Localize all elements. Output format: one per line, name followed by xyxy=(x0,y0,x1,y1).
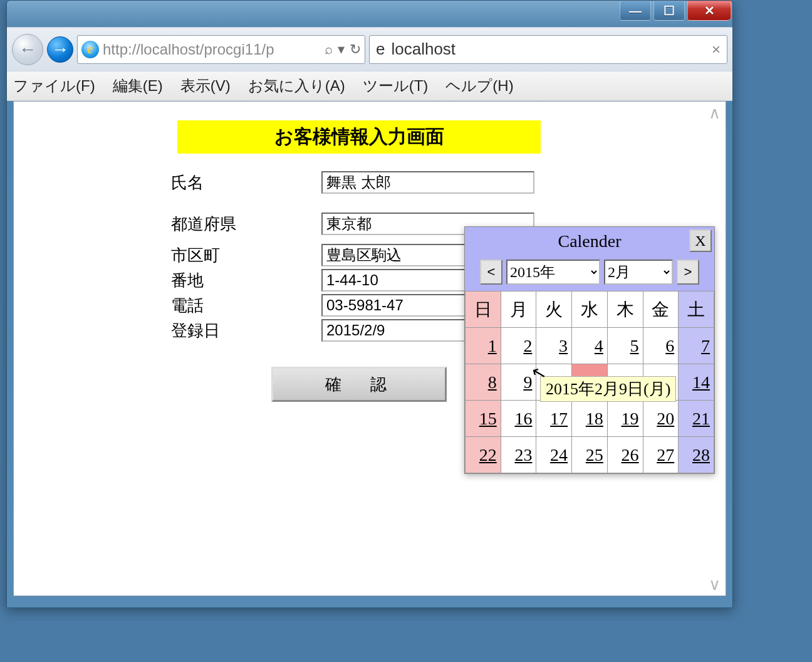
maximize-icon: ☐ xyxy=(664,3,675,18)
label-prefecture: 都道府県 xyxy=(171,213,321,235)
input-name[interactable] xyxy=(321,171,534,194)
calendar-day-17[interactable]: 17 xyxy=(536,401,572,437)
nav-back-button[interactable]: ← xyxy=(12,34,43,65)
label-regdate: 登録日 xyxy=(171,320,321,342)
calendar-day-9[interactable]: 9 xyxy=(501,364,536,401)
page-title: お客様情報入力画面 xyxy=(177,120,541,154)
dow-sat: 土 xyxy=(679,292,714,328)
calendar-month-select[interactable]: 2月 xyxy=(604,260,673,285)
menu-file[interactable]: ファイル(F) xyxy=(13,76,95,96)
dow-tue: 火 xyxy=(536,292,572,328)
dow-thu: 木 xyxy=(607,292,643,328)
arrow-left-icon: ← xyxy=(19,41,36,58)
calendar-day-21[interactable]: 21 xyxy=(679,401,714,437)
dropdown-icon[interactable]: ▾ xyxy=(338,41,345,58)
close-icon: ✕ xyxy=(704,3,715,18)
calendar-popup: Calender X < 2015年 2月 > 日 月 火 水 木 金 xyxy=(464,226,715,474)
dow-sun: 日 xyxy=(466,292,501,328)
browser-tab[interactable]: e localhost × xyxy=(369,35,727,64)
scroll-down-button[interactable]: ∨ xyxy=(705,575,723,593)
calendar-header: Calender X xyxy=(465,227,714,256)
calendar-day-18[interactable]: 18 xyxy=(572,401,608,437)
calendar-day-2[interactable]: 2 xyxy=(501,328,536,364)
calendar-tooltip: 2015年2月9日(月) xyxy=(540,376,676,402)
calendar-day-7[interactable]: 7 xyxy=(679,328,714,364)
menu-help[interactable]: ヘルプ(H) xyxy=(445,76,513,96)
calendar-day-5[interactable]: 5 xyxy=(607,328,643,364)
dow-mon: 月 xyxy=(501,292,536,328)
calendar-day-28[interactable]: 28 xyxy=(679,437,714,473)
calendar-day-1[interactable]: 1 xyxy=(466,328,501,364)
window-maximize-button[interactable]: ☐ xyxy=(653,1,685,21)
label-name: 氏名 xyxy=(171,172,321,194)
calendar-prev-button[interactable]: < xyxy=(480,260,502,285)
calendar-day-15[interactable]: 15 xyxy=(466,401,501,437)
address-bar[interactable]: e http://localhost/procgi11/p ⌕ ▾ ↻ xyxy=(77,35,365,64)
calendar-day-23[interactable]: 23 xyxy=(501,437,536,473)
menu-bar: ファイル(F) 編集(E) 表示(V) お気に入り(A) ツール(T) ヘルプ(… xyxy=(7,71,732,101)
calendar-nav: < 2015年 2月 > xyxy=(465,256,714,291)
url-text: http://localhost/procgi11/p xyxy=(103,41,321,58)
calendar-day-6[interactable]: 6 xyxy=(643,328,679,364)
menu-view[interactable]: 表示(V) xyxy=(180,76,231,96)
calendar-day-27[interactable]: 27 xyxy=(643,437,679,473)
scroll-up-button[interactable]: ∧ xyxy=(705,104,723,122)
calendar-day-16[interactable]: 16 xyxy=(501,401,536,437)
titlebar: — ☐ ✕ xyxy=(7,1,732,27)
calendar-next-button[interactable]: > xyxy=(677,260,699,285)
calendar-close-button[interactable]: X xyxy=(689,229,712,252)
calendar-day-25[interactable]: 25 xyxy=(572,437,608,473)
calendar-title: Calender xyxy=(558,231,621,251)
tab-close-button[interactable]: × xyxy=(712,41,721,58)
ie-icon: e xyxy=(81,41,99,58)
browser-window: — ☐ ✕ ← → e http://localhost/procgi11/p … xyxy=(6,0,733,608)
calendar-day-24[interactable]: 24 xyxy=(536,437,572,473)
address-icons: ⌕ ▾ ↻ xyxy=(325,41,361,58)
calendar-year-select[interactable]: 2015年 xyxy=(506,260,600,285)
calendar-day-14[interactable]: 14 xyxy=(679,364,714,401)
dow-wed: 水 xyxy=(572,292,608,328)
window-minimize-button[interactable]: — xyxy=(620,1,651,21)
menu-tools[interactable]: ツール(T) xyxy=(363,76,429,96)
calendar-day-3[interactable]: 3 xyxy=(536,328,572,364)
label-address: 番地 xyxy=(171,270,321,292)
calendar-day-20[interactable]: 20 xyxy=(643,401,679,437)
tab-title: localhost xyxy=(391,39,455,59)
minimize-icon: — xyxy=(629,4,642,18)
calendar-day-4[interactable]: 4 xyxy=(572,328,608,364)
nav-forward-button[interactable]: → xyxy=(47,36,73,63)
dow-fri: 金 xyxy=(643,292,679,328)
confirm-button[interactable]: 確 認 xyxy=(271,367,447,402)
menu-edit[interactable]: 編集(E) xyxy=(113,76,163,96)
navigation-row: ← → e http://localhost/procgi11/p ⌕ ▾ ↻ … xyxy=(7,27,732,71)
calendar-day-8[interactable]: 8 xyxy=(466,364,501,401)
calendar-day-22[interactable]: 22 xyxy=(466,437,501,473)
label-phone: 電話 xyxy=(171,295,321,317)
menu-favorites[interactable]: お気に入り(A) xyxy=(248,76,345,96)
search-icon[interactable]: ⌕ xyxy=(325,41,333,58)
calendar-day-19[interactable]: 19 xyxy=(607,401,643,437)
label-city: 市区町 xyxy=(171,244,321,266)
ie-icon: e xyxy=(376,39,385,59)
calendar-day-26[interactable]: 26 xyxy=(607,437,643,473)
refresh-icon[interactable]: ↻ xyxy=(350,41,361,58)
arrow-right-icon: → xyxy=(51,41,69,58)
window-close-button[interactable]: ✕ xyxy=(687,1,731,21)
